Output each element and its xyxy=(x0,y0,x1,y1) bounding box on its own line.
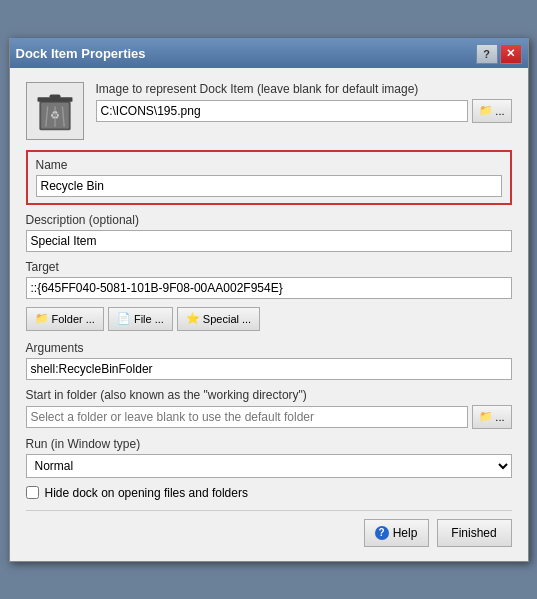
image-path-input[interactable] xyxy=(96,100,469,122)
start-in-browse-button[interactable]: 📁 ... xyxy=(472,405,511,429)
image-browse-button[interactable]: 📁 ... xyxy=(472,99,511,123)
arguments-label: Arguments xyxy=(26,341,512,355)
file-icon: 📄 xyxy=(117,312,131,325)
description-input[interactable] xyxy=(26,230,512,252)
dialog-content: ♻ Image to represent Dock Item (leave bl… xyxy=(10,68,528,561)
bottom-buttons: ? Help Finished xyxy=(26,510,512,547)
target-label: Target xyxy=(26,260,512,274)
target-input[interactable] xyxy=(26,277,512,299)
folder-button[interactable]: 📁 Folder ... xyxy=(26,307,104,331)
arguments-input[interactable] xyxy=(26,358,512,380)
title-bar: Dock Item Properties ? ✕ xyxy=(10,40,528,68)
description-label: Description (optional) xyxy=(26,213,512,227)
name-section: Name xyxy=(26,150,512,205)
title-bar-buttons: ? ✕ xyxy=(476,44,522,64)
close-title-button[interactable]: ✕ xyxy=(500,44,522,64)
icon-preview: ♻ xyxy=(26,82,84,140)
folder-browse-icon-2: 📁 xyxy=(479,410,493,423)
start-in-input[interactable] xyxy=(26,406,469,428)
recycle-bin-icon: ♻ xyxy=(32,88,78,134)
special-button[interactable]: ⭐ Special ... xyxy=(177,307,260,331)
hide-dock-checkbox[interactable] xyxy=(26,486,39,499)
image-input-row: 📁 ... xyxy=(96,99,512,123)
dialog-window: Dock Item Properties ? ✕ xyxy=(9,38,529,562)
help-title-button[interactable]: ? xyxy=(476,44,498,64)
target-row-section: Target xyxy=(26,260,512,299)
finished-button[interactable]: Finished xyxy=(437,519,512,547)
run-row: Run (in Window type) Normal Minimized Ma… xyxy=(26,437,512,478)
start-in-input-row: 📁 ... xyxy=(26,405,512,429)
run-select[interactable]: Normal Minimized Maximized xyxy=(26,454,512,478)
start-in-row: Start in folder (also known as the "work… xyxy=(26,388,512,429)
arguments-row: Arguments xyxy=(26,341,512,380)
star-icon: ⭐ xyxy=(186,312,200,325)
help-button[interactable]: ? Help xyxy=(364,519,429,547)
folder-icon: 📁 xyxy=(35,312,49,325)
start-in-label: Start in folder (also known as the "work… xyxy=(26,388,512,402)
svg-text:♻: ♻ xyxy=(50,109,60,121)
hide-dock-label: Hide dock on opening files and folders xyxy=(45,486,248,500)
image-field-area: Image to represent Dock Item (leave blan… xyxy=(96,82,512,123)
name-input[interactable] xyxy=(36,175,502,197)
window-title: Dock Item Properties xyxy=(16,46,146,61)
description-row: Description (optional) xyxy=(26,213,512,252)
folder-browse-icon: 📁 xyxy=(479,104,493,117)
checkbox-row: Hide dock on opening files and folders xyxy=(26,486,512,500)
run-label: Run (in Window type) xyxy=(26,437,512,451)
target-buttons: 📁 Folder ... 📄 File ... ⭐ Special ... xyxy=(26,307,512,331)
name-label: Name xyxy=(36,158,502,172)
file-button[interactable]: 📄 File ... xyxy=(108,307,173,331)
help-icon: ? xyxy=(375,526,389,540)
svg-rect-3 xyxy=(49,94,60,98)
top-section: ♻ Image to represent Dock Item (leave bl… xyxy=(26,82,512,140)
image-field-label: Image to represent Dock Item (leave blan… xyxy=(96,82,512,96)
